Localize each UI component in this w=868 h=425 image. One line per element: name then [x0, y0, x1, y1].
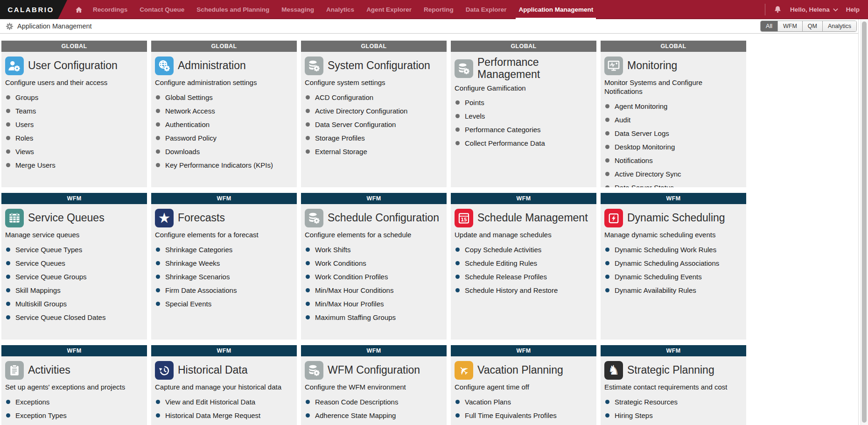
card-link-multiskill-groups[interactable]: Multiskill Groups	[6, 300, 142, 308]
card-link-service-queue-groups[interactable]: Service Queue Groups	[6, 273, 142, 281]
card-link-collect-performance-data[interactable]: Collect Performance Data	[455, 139, 592, 147]
filter-wfm[interactable]: WFM	[778, 21, 803, 31]
card-link-historical-data-merge-request[interactable]: Historical Data Merge Request	[156, 411, 292, 419]
card-link-label: External Storage	[315, 148, 367, 156]
card-link-users[interactable]: Users	[6, 120, 142, 128]
card-link-data-server-status[interactable]: Data Server Status	[605, 184, 742, 188]
card-link-label: Schedule History and Restore	[465, 286, 558, 294]
filter-all[interactable]: All	[761, 21, 778, 31]
home-icon[interactable]	[75, 6, 83, 14]
card-link-maximum-staffing-groups[interactable]: Maximum Staffing Groups	[306, 313, 442, 321]
nav-item-agent-explorer[interactable]: Agent Explorer	[360, 0, 418, 19]
card-link-data-server-configuration[interactable]: Data Server Configuration	[306, 120, 442, 128]
card-link-copy-schedule-activities[interactable]: Copy Schedule Activities	[455, 246, 592, 254]
card-link-work-shifts[interactable]: Work Shifts	[306, 246, 442, 254]
card-link-points[interactable]: Points	[455, 99, 592, 106]
card-link-firm-date-associations[interactable]: Firm Date Associations	[156, 286, 292, 294]
card-link-work-conditions[interactable]: Work Conditions	[306, 259, 442, 267]
card-link-hiring-steps[interactable]: Hiring Steps	[605, 411, 742, 419]
card-link-password-policy[interactable]: Password Policy	[156, 134, 292, 142]
card-link-shrinkage-scenarios[interactable]: Shrinkage Scenarios	[156, 273, 292, 281]
nav-item-reporting[interactable]: Reporting	[418, 0, 460, 19]
filter-analytics[interactable]: Analytics	[823, 21, 856, 31]
card-link-dynamic-scheduling-events[interactable]: Dynamic Scheduling Events	[605, 273, 742, 281]
card-link-performance-categories[interactable]: Performance Categories	[455, 126, 592, 134]
nav-item-schedules-and-planning[interactable]: Schedules and Planning	[190, 0, 275, 19]
card-link-reason-code-descriptions[interactable]: Reason Code Descriptions	[306, 398, 442, 406]
card-link-exceptions[interactable]: Exceptions	[6, 398, 142, 406]
card-link-storage-profiles[interactable]: Storage Profiles	[306, 134, 442, 142]
card-link-min-max-hour-conditions[interactable]: Min/Max Hour Conditions	[306, 286, 442, 294]
nav-item-recordings[interactable]: Recordings	[87, 0, 133, 19]
card-link-exception-types[interactable]: Exception Types	[6, 411, 142, 419]
nav-item-application-management[interactable]: Application Management	[512, 0, 599, 19]
card-link-adherence-state-mapping[interactable]: Adherence State Mapping	[306, 411, 442, 419]
card-link-min-max-hour-profiles[interactable]: Min/Max Hour Profiles	[306, 300, 442, 308]
card-link-key-performance-indicators-kpis[interactable]: Key Performance Indicators (KPIs)	[156, 161, 292, 169]
card-link-levels[interactable]: Levels	[455, 112, 592, 120]
bullet-icon	[6, 288, 10, 292]
card-link-external-storage[interactable]: External Storage	[306, 148, 442, 156]
card-link-list: Reason Code DescriptionsAdherence State …	[305, 398, 442, 425]
bullet-icon	[156, 95, 160, 99]
card-link-teams[interactable]: Teams	[6, 107, 142, 115]
vertical-scrollbar[interactable]	[861, 19, 868, 425]
card-link-views[interactable]: Views	[6, 148, 142, 156]
card-link-skill-mappings[interactable]: Skill Mappings	[6, 286, 142, 294]
card-link-audit[interactable]: Audit	[605, 116, 742, 124]
nav-item-contact-queue[interactable]: Contact Queue	[133, 0, 190, 19]
card-link-groups[interactable]: Groups	[6, 93, 142, 101]
card-link-service-queue-closed-dates[interactable]: Service Queue Closed Dates	[6, 313, 142, 321]
card-link-roles[interactable]: Roles	[6, 134, 142, 142]
card-link-schedule-release-profiles[interactable]: Schedule Release Profiles	[455, 273, 592, 281]
card-link-agent-monitoring[interactable]: Agent Monitoring	[605, 102, 742, 110]
bullet-icon	[156, 275, 160, 279]
bell-icon[interactable]	[773, 5, 782, 14]
card-description: Estimate contact requirements and cost	[604, 383, 742, 392]
card-description: Manage dynamic scheduling events	[604, 231, 742, 240]
card-link-dynamic-availability-rules[interactable]: Dynamic Availability Rules	[605, 286, 742, 294]
card-link-network-access[interactable]: Network Access	[156, 107, 292, 115]
card-link-downloads[interactable]: Downloads	[156, 148, 292, 156]
card-link-special-events[interactable]: Special Events	[156, 300, 292, 308]
card-link-full-time-equivalents-profiles[interactable]: Full Time Equivalents Profiles	[455, 411, 592, 419]
nav-item-messaging[interactable]: Messaging	[275, 0, 320, 19]
nav-item-data-explorer[interactable]: Data Explorer	[460, 0, 513, 19]
card-link-schedule-editing-rules[interactable]: Schedule Editing Rules	[455, 259, 592, 267]
card-link-global-settings[interactable]: Global Settings	[156, 93, 292, 101]
card-link-list: Strategic ResourcesHiring StepsHiring Pl…	[604, 398, 742, 425]
card-link-acd-configuration[interactable]: ACD Configuration	[306, 93, 442, 101]
card-link-authentication[interactable]: Authentication	[156, 120, 292, 128]
card-link-label: Full Time Equivalents Profiles	[465, 411, 557, 419]
card-grid: GLOBALUser ConfigurationConfigure users …	[0, 34, 868, 425]
card-title: Monitoring	[627, 60, 677, 72]
filter-qm[interactable]: QM	[803, 21, 823, 31]
card-link-active-directory-sync[interactable]: Active Directory Sync	[605, 170, 742, 178]
card-link-data-server-logs[interactable]: Data Server Logs	[605, 129, 742, 137]
card-link-shrinkage-weeks[interactable]: Shrinkage Weeks	[156, 259, 292, 267]
card-link-dynamic-scheduling-associations[interactable]: Dynamic Scheduling Associations	[605, 259, 742, 267]
bullet-icon	[6, 302, 10, 306]
card-link-active-directory-configuration[interactable]: Active Directory Configuration	[306, 107, 442, 115]
card-link-service-queues[interactable]: Service Queues	[6, 259, 142, 267]
user-menu[interactable]: Hello, Helena	[790, 6, 838, 13]
card-link-schedule-history-and-restore[interactable]: Schedule History and Restore	[455, 286, 592, 294]
card-service-queues: WFMService QueuesManage service queuesSe…	[1, 193, 147, 340]
card-link-strategic-resources[interactable]: Strategic Resources	[605, 398, 742, 406]
card-link-view-and-edit-historical-data[interactable]: View and Edit Historical Data	[156, 398, 292, 406]
help-link[interactable]: Help	[846, 6, 860, 13]
bullet-icon	[306, 149, 310, 154]
card-link-notifications[interactable]: Notifications	[605, 156, 742, 164]
card-link-shrinkage-categories[interactable]: Shrinkage Categories	[156, 246, 292, 254]
card-link-vacation-plans[interactable]: Vacation Plans	[455, 398, 592, 406]
card-link-work-condition-profiles[interactable]: Work Condition Profiles	[306, 273, 442, 281]
card-link-desktop-monitoring[interactable]: Desktop Monitoring	[605, 143, 742, 151]
nav-item-analytics[interactable]: Analytics	[320, 0, 360, 19]
card-link-dynamic-scheduling-work-rules[interactable]: Dynamic Scheduling Work Rules	[605, 246, 742, 254]
card-link-merge-users[interactable]: Merge Users	[6, 161, 142, 169]
bullet-icon	[306, 302, 310, 306]
scrollbar-thumb[interactable]	[862, 21, 867, 423]
card-category-header: GLOBAL	[601, 41, 746, 52]
database-gear-icon	[455, 59, 473, 78]
card-link-service-queue-types[interactable]: Service Queue Types	[6, 246, 142, 254]
